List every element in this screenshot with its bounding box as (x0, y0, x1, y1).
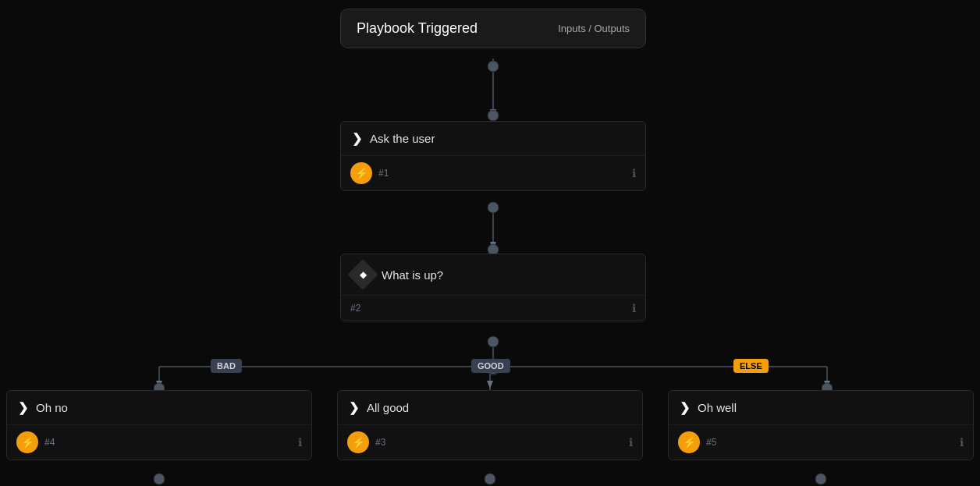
svg-point-22 (815, 474, 826, 484)
condition-info-icon[interactable]: ℹ (632, 302, 636, 314)
allgood-number: #3 (375, 437, 385, 448)
svg-point-13 (488, 110, 499, 121)
condition-diamond-icon: ◆ (347, 259, 378, 290)
ask-header: ❯ Ask the user (341, 122, 645, 156)
ohno-badge: ⚡ #4 (16, 431, 55, 453)
svg-marker-9 (156, 381, 162, 388)
ohno-chevron-icon: ❯ (18, 400, 28, 415)
ask-footer: ⚡ #1 ℹ (341, 156, 645, 190)
ohwell-node[interactable]: ❯ Oh well ⚡ #5 ℹ (668, 390, 974, 460)
ask-info-icon[interactable]: ℹ (632, 167, 636, 179)
trigger-links[interactable]: Inputs / Outputs (558, 23, 630, 34)
svg-point-14 (488, 202, 499, 213)
svg-marker-7 (490, 109, 496, 117)
allgood-footer: ⚡ #3 ℹ (338, 425, 642, 459)
condition-node[interactable]: ◆ What is up? #2 ℹ (340, 254, 646, 321)
ohwell-lightning-icon: ⚡ (678, 431, 700, 453)
ohno-footer: ⚡ #4 ℹ (7, 425, 311, 459)
ohno-number: #4 (44, 437, 55, 448)
ask-number: #1 (378, 168, 389, 179)
trigger-node[interactable]: Playbook Triggered Inputs / Outputs (340, 9, 646, 48)
ohwell-badge: ⚡ #5 (678, 431, 716, 453)
allgood-lightning-icon: ⚡ (347, 431, 369, 453)
ohwell-title: Oh well (698, 401, 737, 414)
ohno-header: ❯ Oh no (7, 391, 311, 425)
ohwell-footer: ⚡ #5 ℹ (669, 425, 973, 459)
ohwell-info-icon[interactable]: ℹ (960, 436, 964, 449)
ohwell-header: ❯ Oh well (669, 391, 973, 425)
ask-chevron-icon: ❯ (352, 131, 362, 146)
ask-badge: ⚡ #1 (350, 162, 389, 184)
ohwell-chevron-icon: ❯ (680, 400, 690, 415)
canvas: Playbook Triggered Inputs / Outputs ❯ As… (0, 0, 980, 486)
condition-title: What is up? (382, 268, 443, 282)
ask-node[interactable]: ❯ Ask the user ⚡ #1 ℹ (340, 121, 646, 191)
allgood-node[interactable]: ❯ All good ⚡ #3 ℹ (337, 390, 643, 460)
condition-number: #2 (350, 303, 360, 314)
svg-marker-11 (824, 381, 830, 388)
condition-footer: #2 ℹ (341, 296, 645, 321)
allgood-title: All good (367, 401, 409, 414)
branch-bad-label: BAD (211, 359, 242, 373)
trigger-title: Playbook Triggered (357, 20, 478, 37)
ohno-lightning-icon: ⚡ (16, 431, 38, 453)
allgood-badge: ⚡ #3 (347, 431, 385, 453)
svg-point-21 (485, 474, 495, 484)
branch-good-label: GOOD (471, 359, 510, 373)
ohwell-number: #5 (706, 437, 716, 448)
svg-point-20 (154, 474, 165, 484)
svg-point-16 (488, 336, 499, 347)
allgood-info-icon[interactable]: ℹ (629, 436, 633, 449)
ohno-node[interactable]: ❯ Oh no ⚡ #4 ℹ (6, 390, 312, 460)
ask-lightning-icon: ⚡ (350, 162, 372, 184)
ask-lightning-symbol: ⚡ (355, 167, 368, 179)
ohno-info-icon[interactable]: ℹ (298, 436, 302, 449)
ask-title: Ask the user (370, 132, 435, 145)
svg-marker-8 (490, 242, 496, 250)
svg-point-12 (488, 61, 499, 72)
svg-marker-10 (487, 381, 493, 388)
ohno-title: Oh no (36, 401, 68, 414)
condition-header: ◆ What is up? (341, 254, 645, 296)
branch-else-label: ELSE (733, 359, 769, 373)
allgood-header: ❯ All good (338, 391, 642, 425)
allgood-chevron-icon: ❯ (349, 400, 359, 415)
